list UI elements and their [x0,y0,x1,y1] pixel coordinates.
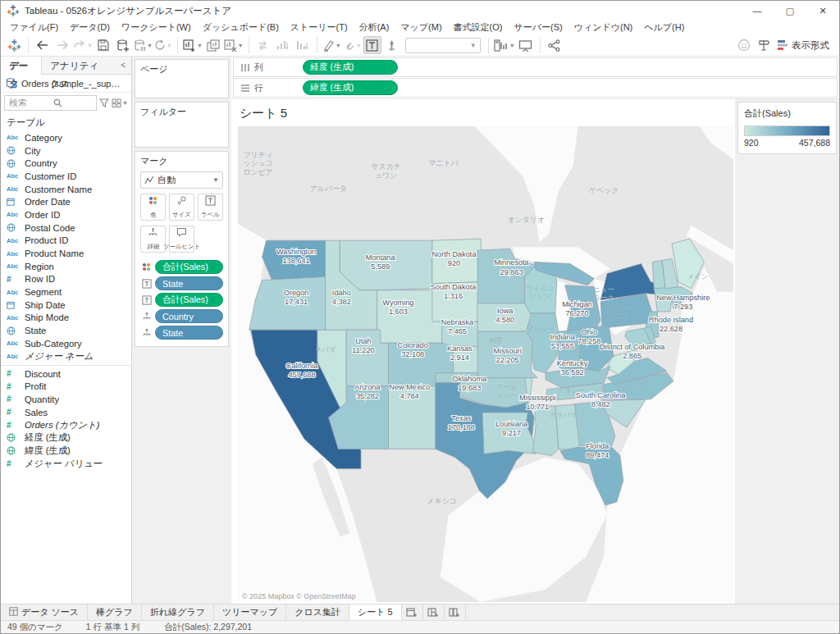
field-segment[interactable]: AbcSegment [1,285,131,299]
field--[interactable]: 経度 (生成) [1,431,131,445]
tableau-home-icon[interactable] [5,36,23,54]
field-sub-category[interactable]: AbcSub-Category [1,337,131,350]
menu-item-8[interactable]: サーバー(S) [509,21,568,34]
new-datasource-button[interactable] [114,36,132,54]
tab-analytics[interactable]: アナリティクス [42,57,115,75]
field-category[interactable]: AbcCategory [1,131,131,144]
menu-item-0[interactable]: ファイル(F) [4,21,64,34]
field--[interactable]: 緯度 (生成) [1,445,131,458]
menu-item-4[interactable]: ストーリー(T) [285,21,354,34]
field-order-id[interactable]: AbcOrder ID [1,208,131,221]
tab-data[interactable]: データ [1,57,42,75]
save-button[interactable] [94,36,112,54]
field-ship-date[interactable]: Ship Date [1,299,131,312]
field--[interactable]: #メジャー バリュー [1,458,131,471]
marks-button-color[interactable]: 色 [140,194,166,221]
new-story-tab-button[interactable] [445,604,466,620]
sheet-tab-2[interactable]: 折れ線グラフ [142,604,214,620]
rows-shelf[interactable]: 行 緯度 (生成) [233,78,838,98]
sheet-tab-4[interactable]: クロス集計 [286,604,349,620]
new-worksheet-button[interactable]: ▼ [183,36,203,54]
duplicate-sheet-button[interactable] [204,36,222,54]
highlight-button[interactable]: ▼ [322,36,341,54]
field-ship-mode[interactable]: AbcShip Mode [1,312,131,325]
field-city[interactable]: City [1,144,131,157]
marks-button-tooltip[interactable]: ツールヒント [169,226,194,253]
menu-item-10[interactable]: ヘルプ(H) [638,21,690,34]
rows-pill[interactable]: 緯度 (生成) [303,80,398,95]
color-legend[interactable]: 合計(Sales) 920 457,688 [737,102,837,154]
swap-axes-button[interactable] [254,36,272,54]
sheet-tab-3[interactable]: ツリーマップ [214,604,286,620]
search-input[interactable] [9,98,53,107]
sheet-tab-1[interactable]: 棒グラフ [88,604,142,620]
map-view[interactable]: ブリティッシュコロンビアアルバータサスカチュワンマニトバオンタリオケベックメキシ… [238,126,733,602]
filter-fields-icon[interactable] [99,98,109,107]
field-profit[interactable]: #Profit [1,380,131,393]
marks-pill-country[interactable]: Country [155,309,223,323]
sheet-tab-5[interactable]: シート 5 [349,604,402,620]
marks-pill--sales-[interactable]: 合計(Sales) [155,260,223,274]
field-customer-name[interactable]: AbcCustomer Name [1,183,131,196]
fit-view-button[interactable]: ▼ [494,36,515,54]
show-me-button[interactable]: 表示形式 [774,38,836,53]
field-state[interactable]: State [1,324,131,337]
field-postal-code[interactable]: Postal Code [1,221,131,235]
show-mark-labels-button[interactable] [363,36,381,54]
marks-button-label[interactable]: ラベル [198,194,223,221]
menu-item-7[interactable]: 書式設定(O) [448,21,509,34]
fit-selector[interactable]: ▼ [405,38,481,53]
maximize-button[interactable]: ▢ [774,1,806,21]
menu-item-6[interactable]: マップ(M) [395,21,447,34]
field-product-name[interactable]: AbcProduct Name [1,247,131,260]
field-customer-id[interactable]: AbcCustomer ID [1,170,131,183]
ask-data-icon[interactable] [735,36,753,54]
field-region[interactable]: AbcRegion [1,260,131,273]
field-orders-[interactable]: #Orders (カウント) [1,418,131,431]
field-sales[interactable]: #Sales [1,406,131,419]
sort-descending-button[interactable] [294,36,312,54]
field-quantity[interactable]: #Quantity [1,393,131,406]
fix-axes-button[interactable] [383,36,401,54]
refresh-button[interactable]: ▼ [154,36,172,54]
columns-pill[interactable]: 経度 (生成) [303,60,398,75]
marks-pill-state[interactable]: State [155,326,223,340]
undo-button[interactable] [34,36,52,54]
presentation-mode-button[interactable] [517,36,535,54]
field-row-id[interactable]: #Row ID [1,273,131,286]
marks-button-size[interactable]: サイズ [169,194,194,221]
menu-item-1[interactable]: データ(D) [64,21,116,34]
menu-item-9[interactable]: ウィンドウ(N) [568,21,639,34]
share-button[interactable] [546,36,564,54]
collapse-pane-icon[interactable]: < [115,61,131,70]
field-country[interactable]: Country [1,157,131,170]
close-button[interactable]: ✕ [806,1,839,21]
group-members-button[interactable]: ▼ [343,36,362,54]
field-order-date[interactable]: Order Date [1,195,131,208]
pause-updates-button[interactable]: ▼ [134,36,153,54]
menu-item-2[interactable]: ワークシート(W) [116,21,197,34]
mark-type-dropdown[interactable]: 自動 ▼ [140,171,223,189]
marks-pill-state[interactable]: State [155,276,223,290]
sort-ascending-button[interactable] [274,36,292,54]
field--[interactable]: Abcメジャー ネーム [1,350,131,363]
map-canvas[interactable]: ブリティッシュコロンビアアルバータサスカチュワンマニトバオンタリオケベックメキシ… [238,126,733,602]
columns-shelf[interactable]: 列 経度 (生成) [233,57,838,77]
marks-pill--sales-[interactable]: 合計(Sales) [155,293,223,307]
search-box[interactable] [4,95,97,111]
new-worksheet-tab-button[interactable] [402,604,423,620]
redo-button[interactable] [53,36,71,54]
pages-shelf[interactable]: ページ [135,59,229,98]
replay-button[interactable]: ▼ [73,36,93,54]
new-dashboard-tab-button[interactable] [423,604,445,620]
marks-button-detail[interactable]: 詳細 [140,226,166,253]
highlight-signpost-icon[interactable] [755,36,773,54]
view-options-icon[interactable]: ▼ [112,98,128,107]
menu-item-5[interactable]: 分析(A) [354,21,395,34]
datasource-row[interactable]: Orders (sample_-_sup… [1,75,131,93]
minimize-button[interactable]: — [741,1,774,21]
filters-shelf[interactable]: フィルター [135,102,229,148]
field-product-id[interactable]: AbcProduct ID [1,235,131,248]
menu-item-3[interactable]: ダッシュボード(B) [197,21,285,34]
clear-sheet-button[interactable]: ▼ [224,36,244,54]
